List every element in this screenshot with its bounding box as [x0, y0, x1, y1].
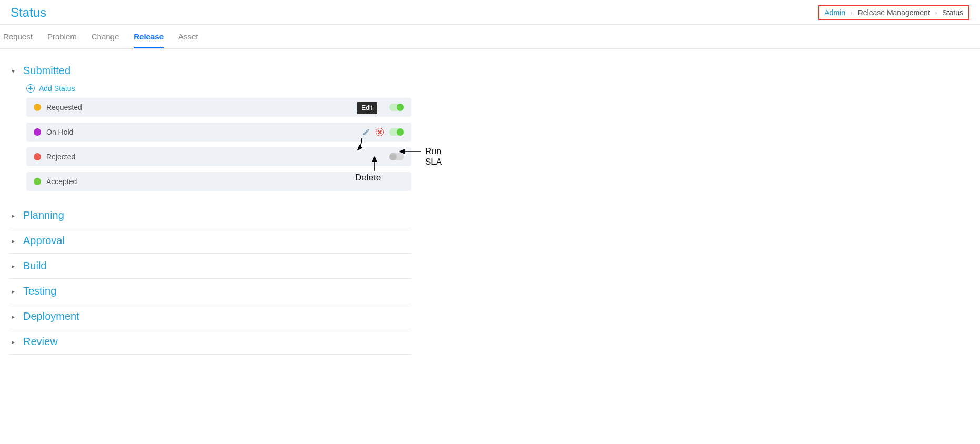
- chevron-right-icon: ▸: [9, 288, 17, 295]
- tab-problem[interactable]: Problem: [47, 32, 77, 48]
- chevron-right-icon: ▸: [9, 212, 17, 219]
- crumb-admin[interactable]: Admin: [824, 8, 845, 17]
- status-dot-icon: [34, 178, 41, 185]
- status-row-rejected: Rejected: [26, 147, 411, 166]
- run-sla-toggle[interactable]: [389, 153, 404, 160]
- delete-icon[interactable]: [376, 128, 384, 136]
- section-build: ▸ Build: [9, 254, 411, 279]
- section-approval: ▸ Approval: [9, 228, 411, 254]
- section-title: Testing: [23, 285, 56, 297]
- plus-circle-icon: [26, 84, 35, 93]
- section-header-build[interactable]: ▸ Build: [9, 260, 411, 272]
- section-header-approval[interactable]: ▸ Approval: [9, 235, 411, 247]
- edit-tooltip: Edit: [357, 102, 377, 114]
- chevron-right-icon: ▸: [9, 313, 17, 320]
- section-deployment: ▸ Deployment: [9, 304, 411, 329]
- status-dot-icon: [34, 128, 41, 136]
- run-sla-toggle[interactable]: [389, 104, 404, 111]
- status-row-on-hold: On Hold Edit: [26, 123, 411, 142]
- section-title: Build: [23, 260, 46, 272]
- chevron-right-icon: ›: [851, 9, 853, 16]
- tab-change[interactable]: Change: [92, 32, 119, 48]
- section-submitted: ▾ Submitted Add Status Requested: [9, 58, 411, 203]
- add-status-label: Add Status: [39, 84, 75, 93]
- status-row-accepted: Accepted: [26, 172, 411, 191]
- chevron-right-icon: ▸: [9, 237, 17, 245]
- section-planning: ▸ Planning: [9, 203, 411, 228]
- breadcrumb: Admin › Release Management › Status: [818, 5, 969, 20]
- section-header-submitted[interactable]: ▾ Submitted: [9, 65, 411, 77]
- tab-release[interactable]: Release: [134, 32, 164, 48]
- status-name: Rejected: [46, 153, 75, 161]
- section-title: Review: [23, 336, 58, 348]
- status-name: Requested: [46, 103, 82, 112]
- tab-request[interactable]: Request: [3, 32, 33, 48]
- chevron-down-icon: ▾: [9, 67, 17, 75]
- add-status-button[interactable]: Add Status: [26, 84, 411, 93]
- content-area: ▾ Submitted Add Status Requested: [0, 49, 421, 376]
- section-header-testing[interactable]: ▸ Testing: [9, 285, 411, 297]
- section-header-review[interactable]: ▸ Review: [9, 336, 411, 348]
- section-review: ▸ Review: [9, 329, 411, 355]
- run-sla-toggle[interactable]: [389, 128, 404, 136]
- status-name: Accepted: [46, 177, 77, 186]
- tab-asset[interactable]: Asset: [178, 32, 198, 48]
- crumb-release-mgmt[interactable]: Release Management: [858, 8, 930, 17]
- section-title: Deployment: [23, 310, 79, 322]
- chevron-right-icon: ›: [935, 9, 937, 16]
- annotation-delete: Delete: [355, 173, 381, 183]
- section-title: Submitted: [23, 65, 70, 77]
- status-row-requested: Requested: [26, 98, 411, 117]
- page-title: Status: [11, 5, 46, 20]
- section-title: Approval: [23, 235, 65, 247]
- section-testing: ▸ Testing: [9, 279, 411, 304]
- status-dot-icon: [34, 104, 41, 111]
- tabs: Request Problem Change Release Asset: [0, 25, 980, 49]
- crumb-status: Status: [942, 8, 963, 17]
- edit-icon[interactable]: [362, 128, 370, 136]
- section-header-deployment[interactable]: ▸ Deployment: [9, 310, 411, 322]
- status-name: On Hold: [46, 128, 73, 136]
- section-title: Planning: [23, 209, 64, 221]
- status-dot-icon: [34, 153, 41, 160]
- chevron-right-icon: ▸: [9, 338, 17, 346]
- section-header-planning[interactable]: ▸ Planning: [9, 209, 411, 221]
- chevron-right-icon: ▸: [9, 263, 17, 270]
- annotation-run-sla: Run SLA: [425, 146, 442, 167]
